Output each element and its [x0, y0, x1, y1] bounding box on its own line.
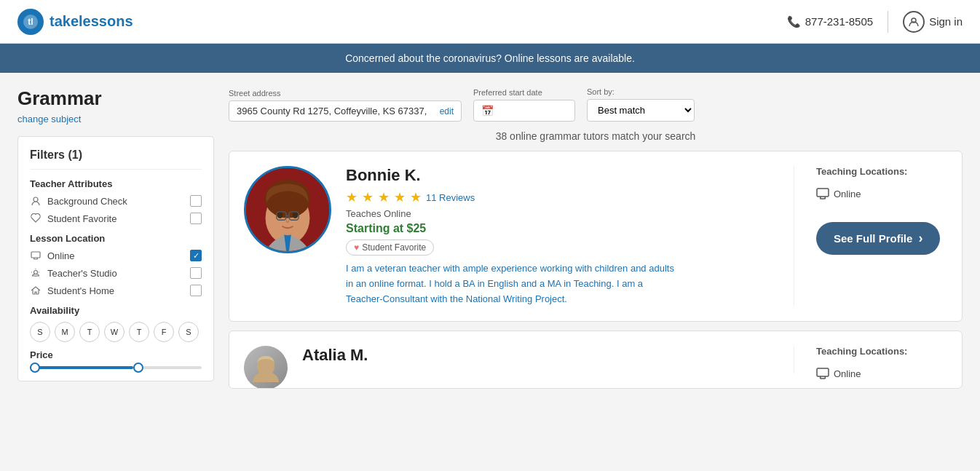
star-1: ★: [346, 189, 357, 205]
lesson-location-section: Lesson Location: [30, 233, 202, 244]
student-favorite-filter: Student Favorite: [30, 213, 202, 224]
star-3: ★: [378, 189, 390, 205]
address-value: 3965 County Rd 1275, Coffeyville, KS 673…: [237, 106, 435, 116]
online-filter: Online: [30, 250, 202, 261]
price-slider[interactable]: [30, 366, 202, 369]
banner-text: Concerned about the coronavirus? Online …: [345, 52, 635, 64]
teaches-label-bonnie: Teaches Online: [346, 208, 772, 219]
tutor-info-atalia: Atalia M.: [302, 346, 772, 369]
background-check-checkbox[interactable]: [190, 195, 202, 207]
tutor-card-atalia: Atalia M. Teaching Locations: Online: [229, 331, 963, 389]
user-icon: [903, 11, 925, 33]
teachers-studio-filter: Teacher's Studio: [30, 267, 202, 279]
star-4: ★: [394, 189, 406, 205]
card-divider-atalia: [794, 346, 794, 373]
date-label: Preferred start date: [473, 88, 575, 97]
date-field-group: Preferred start date 📅: [473, 88, 575, 122]
student-favorite-label: Student Favorite: [47, 213, 116, 224]
header-divider: [888, 11, 888, 33]
tutor-info-bonnie: Bonnie K. ★ ★ ★ ★ ★ 11 Reviews Teaches O…: [346, 166, 772, 306]
background-check-filter: Background Check: [30, 195, 202, 207]
see-full-profile-button-bonnie[interactable]: See Full Profile ›: [816, 222, 940, 255]
students-home-checkbox[interactable]: [190, 285, 202, 296]
svg-point-3: [33, 197, 38, 202]
location-icon-bonnie: [816, 187, 829, 200]
background-check-label: Background Check: [47, 196, 127, 207]
sort-label: Sort by:: [587, 87, 695, 96]
location-icon-atalia: [816, 367, 829, 380]
stars-row-bonnie: ★ ★ ★ ★ ★ 11 Reviews: [346, 189, 772, 205]
sign-in-area[interactable]: Sign in: [903, 11, 963, 33]
svg-rect-14: [817, 189, 829, 197]
availability-section: Availability: [30, 305, 202, 316]
tutor-actions-atalia: Teaching Locations: Online: [816, 346, 947, 380]
price-slider-fill: [30, 366, 133, 369]
location-online-bonnie: Online: [816, 187, 861, 200]
online-checkbox[interactable]: [190, 250, 202, 261]
tutor-avatar-bonnie: [244, 166, 331, 253]
header: tl takelessons 📞 877-231-8505 Sign in: [0, 0, 980, 44]
price-slider-thumb-left[interactable]: [30, 363, 40, 373]
tutor-avatar-atalia: [244, 346, 288, 389]
location-text-atalia: Online: [834, 368, 861, 379]
see-full-profile-label-bonnie: See Full Profile: [834, 232, 912, 245]
teaching-locations-label-bonnie: Teaching Locations:: [816, 166, 907, 177]
change-subject-link[interactable]: change subject: [17, 114, 81, 124]
day-saturday[interactable]: S: [178, 322, 199, 342]
background-check-icon: [30, 195, 42, 207]
card-divider-bonnie: [794, 166, 794, 306]
teaching-locations-label-atalia: Teaching Locations:: [816, 346, 907, 357]
filters-panel: Filters (1) Teacher Attributes Backgroun…: [17, 136, 214, 381]
reviews-link-bonnie[interactable]: 11 Reviews: [426, 192, 475, 203]
content-area: Street address 3965 County Rd 1275, Coff…: [229, 87, 963, 397]
logo-area[interactable]: tl takelessons: [17, 9, 133, 35]
day-thursday[interactable]: T: [129, 322, 149, 342]
address-edit-link[interactable]: edit: [440, 106, 454, 116]
students-home-label: Student's Home: [47, 285, 114, 296]
svg-point-9: [277, 212, 283, 218]
subject-title: Grammar: [17, 87, 214, 110]
address-input[interactable]: 3965 County Rd 1275, Coffeyville, KS 673…: [229, 100, 462, 122]
tutor-actions-bonnie: Teaching Locations: Online See Full Prof…: [816, 166, 947, 255]
phone-icon: 📞: [787, 15, 801, 28]
logo-text: takelessons: [50, 13, 133, 30]
star-2: ★: [362, 189, 374, 205]
price-slider-thumb-right[interactable]: [133, 363, 143, 373]
search-bar: Street address 3965 County Rd 1275, Coff…: [229, 87, 963, 122]
day-monday[interactable]: M: [55, 322, 75, 342]
price-label-bonnie: Starting at $25: [346, 222, 772, 235]
teachers-studio-checkbox[interactable]: [190, 267, 202, 279]
results-count: 38 online grammar tutors match your sear…: [229, 130, 963, 142]
sort-wrap: Sort by: Best match Price: Low to High P…: [587, 87, 695, 122]
chevron-right-icon-bonnie: ›: [918, 231, 922, 246]
days-row: S M T W T F S: [30, 322, 202, 342]
phone-area[interactable]: 📞 877-231-8505: [787, 15, 873, 28]
day-friday[interactable]: F: [154, 322, 174, 342]
svg-text:tl: tl: [28, 17, 33, 27]
date-input[interactable]: 📅: [473, 100, 575, 122]
sidebar: Grammar change subject Filters (1) Teach…: [17, 87, 214, 397]
teachers-studio-label: Teacher's Studio: [47, 268, 117, 279]
svg-rect-17: [817, 368, 829, 376]
day-sunday[interactable]: S: [30, 322, 50, 342]
svg-rect-4: [31, 252, 40, 258]
location-text-bonnie: Online: [834, 189, 861, 199]
header-right: 📞 877-231-8505 Sign in: [787, 11, 963, 33]
day-wednesday[interactable]: W: [104, 322, 125, 342]
svg-point-5: [34, 271, 38, 274]
banner: Concerned about the coronavirus? Online …: [0, 44, 980, 73]
tutor-card-bonnie: Bonnie K. ★ ★ ★ ★ ★ 11 Reviews Teaches O…: [229, 151, 963, 322]
sign-in-label: Sign in: [929, 15, 963, 28]
phone-number: 877-231-8505: [805, 15, 873, 28]
teachers-studio-icon: [30, 267, 42, 279]
student-favorite-checkbox[interactable]: [190, 213, 202, 224]
filters-title: Filters (1): [30, 149, 202, 170]
online-label: Online: [47, 250, 75, 261]
location-online-atalia: Online: [816, 367, 861, 380]
sort-select[interactable]: Best match Price: Low to High Price: Hig…: [587, 99, 695, 122]
address-field-group: Street address 3965 County Rd 1275, Coff…: [229, 89, 462, 122]
online-icon: [30, 250, 42, 261]
day-tuesday[interactable]: T: [79, 322, 100, 342]
teacher-attributes-section: Teacher Attributes: [30, 178, 202, 189]
calendar-icon: 📅: [481, 105, 494, 116]
